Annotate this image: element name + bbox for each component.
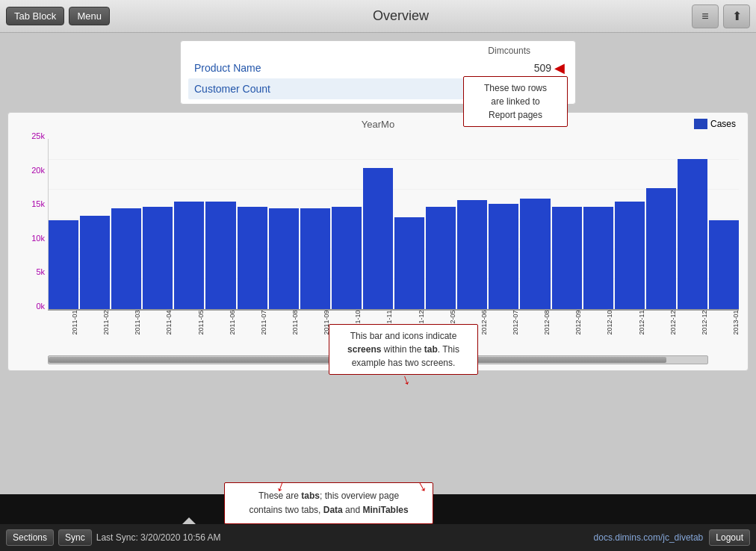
dimcounts-value-0: 509 [510,62,551,74]
sync-button[interactable]: Sync [58,529,92,546]
bar-2011-05 [174,202,204,309]
screen-annotation: This bar and icons indicatescreens withi… [329,324,478,375]
header-right: ≡ ⬆ [692,4,750,28]
bar-2012-09 [552,207,582,309]
dimcounts-label-0[interactable]: Product Name [188,62,510,74]
bars-container [48,139,739,311]
bar-2011-01 [49,220,78,309]
bar-2011-07 [238,207,267,309]
header: Tab Block Menu Overview ≡ ⬆ [0,0,756,33]
bar-2012-11 [615,202,645,309]
tabs-annotation: These are tabs; this overview pagecontai… [224,482,433,524]
y-label-15k: 15k [31,199,45,208]
menu-button[interactable]: Menu [69,7,110,25]
header-left: Tab Block Menu [6,7,110,25]
bar-2011-04 [143,207,173,309]
bar-2012-10 [583,207,613,309]
bar-2012-05 [426,207,456,309]
hamburger-icon-button[interactable]: ≡ [692,4,719,28]
bar-2012-07 [489,204,518,309]
chart-area: 25k 20k 15k 10k 5k 0k [14,131,742,355]
logout-button[interactable]: Logout [709,529,750,546]
bar-2011-03 [111,208,141,309]
dimcounts-annotation: These two rowsare linked toReport pages [463,76,568,127]
y-label-20k: 20k [31,166,45,175]
bar-2011-11 [363,168,393,309]
x-label-2013-01: 2013-01 [715,308,756,337]
y-label-25k: 25k [31,131,45,140]
page-title: Overview [110,8,692,24]
share-icon-button[interactable]: ⬆ [723,4,750,28]
bar-2012-08 [520,199,550,309]
bottom-right: docs.dimins.com/jc_divetab Logout [594,529,750,546]
tab-block-button[interactable]: Tab Block [6,7,64,25]
sections-button[interactable]: Sections [6,529,54,546]
hamburger-icon: ≡ [701,10,708,23]
bar-2012-12b [678,159,707,309]
y-label-5k: 5k [36,267,45,276]
y-label-0k: 0k [36,302,45,311]
bar-2012-12a [646,188,676,309]
y-label-10k: 10k [31,234,45,243]
last-sync-status: Last Sync: 3/20/2020 10:56 AM [96,532,221,543]
bar-2011-06 [205,202,235,309]
bar-2011-12 [394,217,424,309]
page-wrapper: Tab Block Menu Overview ≡ ⬆ Dimcounts Pr… [0,0,756,551]
bar-2013-01 [709,220,739,309]
share-icon: ⬆ [732,9,742,23]
bar-2011-10 [332,207,362,309]
main-content: Dimcounts Product Name 509 ◀ Customer Co… [0,33,756,494]
bottom-left: Sections Sync Last Sync: 3/20/2020 10:56… [6,529,221,546]
dimcounts-label-1[interactable]: Customer Count [188,83,510,95]
bar-2012-06 [457,200,487,309]
legend-color-box [694,119,707,129]
legend-label: Cases [710,119,736,129]
bar-2011-08 [269,208,299,309]
docs-link[interactable]: docs.dimins.com/jc_divetab [594,532,704,543]
arrow-left-0: ◀ [554,60,565,76]
dimcounts-header: Dimcounts [188,46,568,56]
chart-title: YearMo [14,119,742,130]
y-axis: 25k 20k 15k 10k 5k 0k [14,131,48,311]
bar-2011-09 [300,208,330,309]
bar-2011-02 [80,216,110,309]
bottom-bar: Sections Sync Last Sync: 3/20/2020 10:56… [0,524,756,551]
chart-legend: Cases [694,119,736,129]
dimcounts-annotation-text: These two rowsare linked toReport pages [484,83,547,120]
dimcounts-row-0: Product Name 509 ◀ [188,57,568,78]
